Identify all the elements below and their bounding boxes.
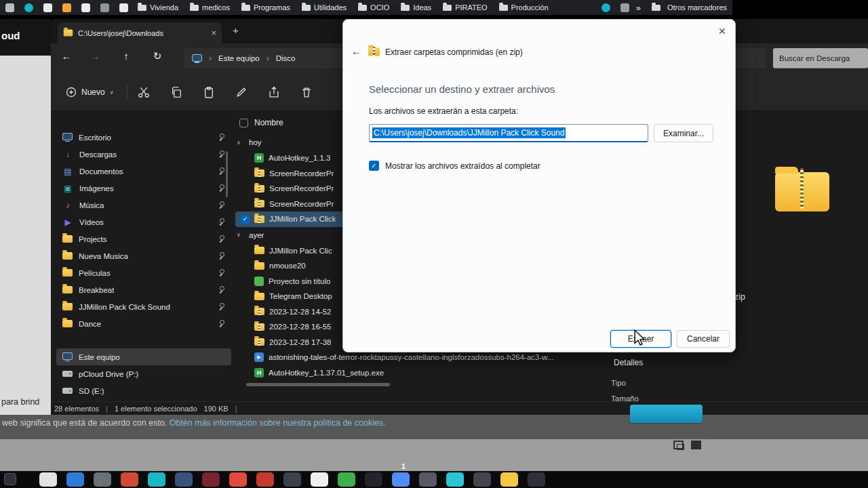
- bookmark-item[interactable]: Utilidades: [302, 3, 347, 12]
- toolbar-separator: [127, 85, 127, 100]
- taskbar-corner-icon[interactable]: [4, 473, 16, 485]
- bookmark-icon-7[interactable]: [119, 3, 128, 12]
- zip-icon: [254, 169, 264, 177]
- bookmark-icon-2[interactable]: [24, 3, 33, 12]
- cookie-policy-link[interactable]: Obtén más información sobre nuestra polí…: [170, 418, 386, 428]
- sidebar-item[interactable]: Nueva Musica: [56, 247, 231, 264]
- bookmark-icon-6[interactable]: [100, 3, 109, 12]
- sidebar-scrollbar[interactable]: [226, 151, 228, 197]
- bookmark-item[interactable]: Vivienda: [138, 3, 178, 12]
- sidebar-item-label: Este equipo: [79, 353, 120, 361]
- horizontal-scrollbar[interactable]: [246, 383, 390, 386]
- sidebar-item[interactable]: Breakbeat: [56, 281, 231, 298]
- file-list-header: Nombre: [239, 118, 283, 127]
- sidebar-item[interactable]: JJMillon Pack Click Sound: [56, 298, 231, 315]
- sidebar-item[interactable]: ♪Música: [56, 197, 231, 214]
- file-name: astonishing-tales-of-terror-rocktapussy-…: [269, 353, 554, 361]
- bookmark-icon-3[interactable]: [43, 3, 52, 12]
- bookmark-icon-4[interactable]: [62, 3, 71, 12]
- sidebar-item[interactable]: Este equipo: [56, 348, 231, 365]
- new-tab-button[interactable]: +: [233, 24, 239, 36]
- sidebar-item[interactable]: ▣Imágenes: [56, 180, 231, 197]
- bookmark-item[interactable]: Ideas: [401, 3, 431, 12]
- taskbar-app-12[interactable]: [338, 472, 355, 487]
- taskbar-app-15[interactable]: [419, 472, 437, 487]
- delete-button[interactable]: [300, 86, 313, 98]
- taskbar-app-8[interactable]: [229, 472, 247, 487]
- bookmark-item[interactable]: medicos: [190, 3, 230, 12]
- back-icon[interactable]: ←: [351, 45, 361, 57]
- sidebar-item[interactable]: ▤Documentos: [56, 163, 231, 180]
- cut-button[interactable]: [138, 86, 150, 98]
- bookmark-icon-5[interactable]: [81, 3, 90, 12]
- sidebar-item[interactable]: Projects: [56, 230, 231, 247]
- copy-button[interactable]: [170, 86, 182, 98]
- breadcrumb-este-equipo[interactable]: Este equipo: [218, 54, 260, 62]
- sidebar-item[interactable]: pCloud Drive (P:): [56, 365, 231, 382]
- bookmark-trailing-icon-1[interactable]: [601, 3, 610, 12]
- bookmark-item[interactable]: OCIO: [358, 3, 389, 12]
- bookmark-item[interactable]: Producción: [499, 3, 549, 12]
- taskbar-app-1[interactable]: [39, 472, 57, 487]
- restore-window-icon[interactable]: [673, 441, 684, 449]
- details-heading[interactable]: Detalles: [614, 358, 643, 367]
- taskbar-app-16[interactable]: [446, 472, 464, 487]
- browse-button[interactable]: Examinar...: [654, 124, 713, 142]
- taskbar-app-7[interactable]: [202, 472, 220, 487]
- breadcrumb-disco[interactable]: Disco: [276, 54, 296, 62]
- paste-button[interactable]: [203, 86, 215, 98]
- cookie-accept-button[interactable]: [630, 405, 703, 423]
- search-input[interactable]: Buscar en Descarga: [773, 48, 868, 68]
- taskbar-app-18[interactable]: [500, 472, 518, 487]
- share-button[interactable]: [268, 86, 280, 98]
- taskbar-app-11[interactable]: [311, 472, 328, 487]
- taskbar-app-13[interactable]: [365, 472, 382, 487]
- other-bookmarks-label[interactable]: Otros marcadores: [667, 3, 727, 12]
- rename-button[interactable]: [235, 86, 248, 98]
- sidebar-item[interactable]: ↓Descargas: [56, 146, 231, 163]
- cancel-button[interactable]: Cancelar: [677, 330, 730, 348]
- new-button[interactable]: Nuevo ∨: [59, 82, 121, 102]
- taskbar-app-6[interactable]: [175, 472, 193, 487]
- refresh-button[interactable]: ↻: [150, 50, 165, 62]
- explorer-tab[interactable]: C:\Users\josej\Downloads ×: [58, 22, 222, 43]
- file-row[interactable]: HAutoHotkey_1.1.37.01_setup.exe: [235, 365, 583, 381]
- sidebar-item[interactable]: ▶Vídeos: [56, 214, 231, 230]
- bookmark-trailing-icon-2[interactable]: [620, 3, 629, 12]
- close-icon[interactable]: ×: [718, 25, 726, 37]
- bookmark-icon-1[interactable]: [5, 3, 14, 12]
- taskbar-app-2[interactable]: [66, 472, 84, 487]
- taskbar-app-19[interactable]: [528, 472, 545, 487]
- back-button[interactable]: ←: [59, 50, 74, 62]
- window-control-icon[interactable]: [691, 441, 701, 449]
- bookmark-label: OCIO: [370, 3, 389, 12]
- forward-button[interactable]: →: [87, 50, 102, 62]
- sidebar-item[interactable]: Escritorio: [56, 129, 231, 146]
- taskbar-app-3[interactable]: [94, 472, 111, 487]
- up-button[interactable]: ↑: [119, 50, 134, 62]
- tab-folder-icon: [64, 30, 73, 37]
- bookmarks-overflow-chevron[interactable]: »: [636, 3, 641, 13]
- group-label: ayer: [249, 231, 264, 239]
- bookmark-item[interactable]: Programas: [241, 3, 290, 12]
- taskbar-app-10[interactable]: [283, 472, 301, 487]
- select-all-checkbox[interactable]: [239, 119, 248, 127]
- detail-type-label: Tipo: [611, 379, 626, 387]
- row-checkbox[interactable]: ✓: [241, 215, 250, 224]
- folder-icon: [62, 286, 73, 293]
- destination-path-input[interactable]: C:\Users\josej\Downloads\JJMillon Pack C…: [369, 124, 648, 142]
- sidebar-item[interactable]: Dance: [56, 315, 231, 332]
- file-name: AutoHotkey_1.1.3: [269, 154, 330, 162]
- taskbar-app-5[interactable]: [148, 472, 165, 487]
- folder-icon: [254, 247, 264, 254]
- taskbar-app-14[interactable]: [392, 472, 410, 487]
- bookmark-item[interactable]: PIRATEO: [443, 3, 487, 12]
- sidebar-item[interactable]: Películas: [56, 264, 231, 281]
- taskbar-app-9[interactable]: [256, 472, 274, 487]
- sidebar-item[interactable]: SD (E:): [56, 382, 231, 399]
- taskbar-app-4[interactable]: [121, 472, 138, 487]
- taskbar-app-17[interactable]: [473, 472, 491, 487]
- tab-close-icon[interactable]: ×: [211, 28, 216, 37]
- show-extracted-checkbox[interactable]: ✓: [369, 161, 379, 171]
- group-label: hoy: [249, 138, 262, 146]
